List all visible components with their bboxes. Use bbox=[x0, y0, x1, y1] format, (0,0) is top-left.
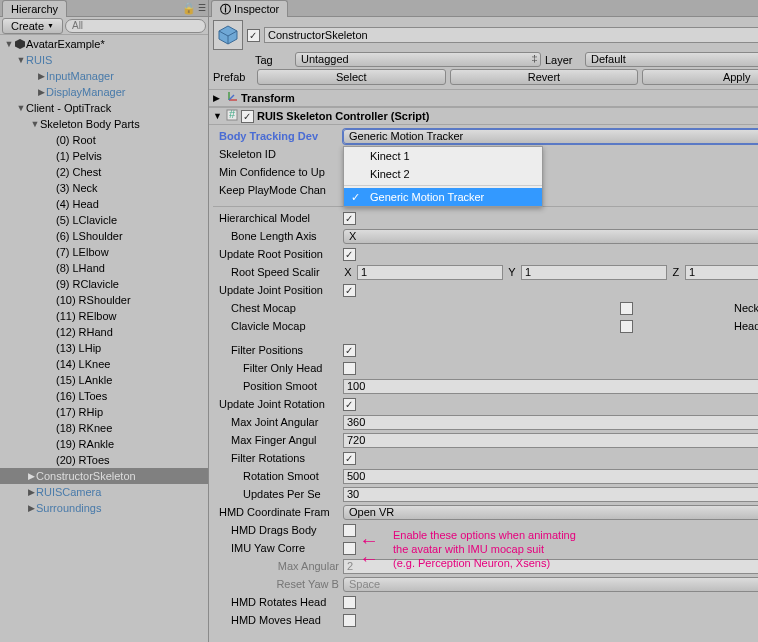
expand-icon[interactable]: ▶ bbox=[36, 71, 46, 81]
hierarchy-tab-label: Hierarchy bbox=[11, 3, 58, 15]
expand-icon[interactable]: ▼ bbox=[4, 39, 14, 49]
component-enable-checkbox[interactable]: ✓ bbox=[241, 110, 254, 123]
imu-yaw-checkbox[interactable] bbox=[343, 542, 356, 555]
tree-item-bone[interactable]: (0) Root bbox=[0, 132, 208, 148]
field-label: Max Joint Angular bbox=[213, 416, 339, 428]
tree-item-bone[interactable]: (16) LToes bbox=[0, 388, 208, 404]
updates-per-sec-field[interactable] bbox=[343, 487, 758, 502]
tree-item-bone[interactable]: (3) Neck bbox=[0, 180, 208, 196]
tree-item-bone[interactable]: (18) RKnee bbox=[0, 420, 208, 436]
tree-item-bone[interactable]: (12) RHand bbox=[0, 324, 208, 340]
tree-item-skeleton-parts[interactable]: ▼ Skeleton Body Parts bbox=[0, 116, 208, 132]
transform-header[interactable]: ▶ Transform ? ⚙ bbox=[209, 89, 758, 107]
tree-item-bone[interactable]: (6) LShoulder bbox=[0, 228, 208, 244]
expand-icon[interactable]: ▶ bbox=[26, 471, 36, 481]
update-joint-pos-checkbox[interactable]: ✓ bbox=[343, 284, 356, 297]
inspector-tab[interactable]: ⓘ Inspector bbox=[211, 0, 288, 17]
dropdown-option[interactable]: Kinect 1 bbox=[344, 147, 542, 165]
tree-item-bone[interactable]: (4) Head bbox=[0, 196, 208, 212]
gameobject-icon bbox=[213, 20, 243, 50]
tree-item[interactable]: ▶ RUISCamera bbox=[0, 484, 208, 500]
max-joint-field[interactable] bbox=[343, 415, 758, 430]
chevron-down-icon[interactable]: ▼ bbox=[213, 111, 223, 121]
field-label: Min Confidence to Up bbox=[213, 166, 339, 178]
tree-item-bone[interactable]: (11) RElbow bbox=[0, 308, 208, 324]
position-smooth-field[interactable] bbox=[343, 379, 758, 394]
field-label: Root Speed Scalir bbox=[213, 266, 339, 278]
hierarchy-tab[interactable]: Hierarchy bbox=[2, 0, 67, 17]
root-x-field[interactable] bbox=[357, 265, 503, 280]
field-label: Head Mocap bbox=[734, 320, 758, 332]
tree-item[interactable]: ▶ InputManager bbox=[0, 68, 208, 84]
tree-item-bone[interactable]: (17) RHip bbox=[0, 404, 208, 420]
tree-item-constructorskeleton[interactable]: ▶ ConstructorSkeleton bbox=[0, 468, 208, 484]
expand-icon[interactable]: ▶ bbox=[26, 487, 36, 497]
field-label: Chest Mocap bbox=[213, 302, 616, 314]
tree-item-bone[interactable]: (7) LElbow bbox=[0, 244, 208, 260]
panel-menu-icon[interactable]: ☰ bbox=[198, 3, 206, 13]
root-y-field[interactable] bbox=[521, 265, 667, 280]
scene-root[interactable]: ▼ AvatarExample* bbox=[0, 36, 208, 52]
tree-item-bone[interactable]: (5) LClavicle bbox=[0, 212, 208, 228]
tree-item[interactable]: ▶ Surroundings bbox=[0, 500, 208, 516]
apply-button[interactable]: Apply bbox=[642, 69, 758, 85]
expand-icon[interactable]: ▼ bbox=[30, 119, 40, 129]
field-label: Update Joint Position bbox=[213, 284, 339, 296]
tree-item-bone[interactable]: (10) RShoulder bbox=[0, 292, 208, 308]
hmd-moves-checkbox[interactable] bbox=[343, 614, 356, 627]
hmd-coord-dropdown[interactable]: Open VR bbox=[343, 505, 758, 520]
update-root-checkbox[interactable]: ✓ bbox=[343, 248, 356, 261]
expand-icon[interactable]: ▼ bbox=[16, 55, 26, 65]
dropdown-option[interactable]: Kinect 2 bbox=[344, 165, 542, 183]
field-label: Neck Mocap bbox=[734, 302, 758, 314]
field-label: Skeleton ID bbox=[213, 148, 339, 160]
bone-axis-dropdown[interactable]: X bbox=[343, 229, 758, 244]
body-tracking-dropdown[interactable]: Generic Motion Tracker bbox=[343, 129, 758, 144]
filter-rotations-checkbox[interactable]: ✓ bbox=[343, 452, 356, 465]
tree-item-bone[interactable]: (19) RAnkle bbox=[0, 436, 208, 452]
tree-item-client[interactable]: ▼ Client - OptiTrack bbox=[0, 100, 208, 116]
field-label: Update Joint Rotation bbox=[213, 398, 339, 410]
dropdown-option[interactable]: ✓Generic Motion Tracker bbox=[344, 188, 542, 206]
update-joint-rot-checkbox[interactable]: ✓ bbox=[343, 398, 356, 411]
tree-item[interactable]: ▶ DisplayManager bbox=[0, 84, 208, 100]
tree-item-bone[interactable]: (13) LHip bbox=[0, 340, 208, 356]
tree-item-bone[interactable]: (8) LHand bbox=[0, 260, 208, 276]
clavicle-mocap-checkbox[interactable] bbox=[620, 320, 633, 333]
tree-item-bone[interactable]: (15) LAnkle bbox=[0, 372, 208, 388]
chest-mocap-checkbox[interactable] bbox=[620, 302, 633, 315]
hmd-rotates-checkbox[interactable] bbox=[343, 596, 356, 609]
layer-dropdown[interactable]: Default bbox=[585, 52, 758, 67]
lock-icon[interactable]: 🔒 bbox=[182, 2, 196, 15]
tree-item-bone[interactable]: (9) RClavicle bbox=[0, 276, 208, 292]
search-input[interactable] bbox=[65, 19, 206, 33]
active-checkbox[interactable]: ✓ bbox=[247, 29, 260, 42]
tree-item-bone[interactable]: (20) RToes bbox=[0, 452, 208, 468]
ruis-component-header[interactable]: ▼ # ✓ RUIS Skeleton Controller (Script) … bbox=[209, 107, 758, 125]
filter-head-checkbox[interactable] bbox=[343, 362, 356, 375]
unity-icon bbox=[14, 38, 26, 50]
tree-item-bone[interactable]: (14) LKnee bbox=[0, 356, 208, 372]
tree-item-bone[interactable]: (2) Chest bbox=[0, 164, 208, 180]
revert-button[interactable]: Revert bbox=[450, 69, 639, 85]
tree-item-ruis[interactable]: ▼ RUIS bbox=[0, 52, 208, 68]
max-finger-field[interactable] bbox=[343, 433, 758, 448]
tag-dropdown[interactable]: Untagged bbox=[295, 52, 541, 67]
expand-icon[interactable]: ▶ bbox=[36, 87, 46, 97]
root-z-field[interactable] bbox=[685, 265, 758, 280]
hmd-drags-checkbox[interactable] bbox=[343, 524, 356, 537]
info-icon: ⓘ bbox=[220, 2, 231, 17]
create-button[interactable]: Create ▼ bbox=[2, 18, 63, 34]
expand-icon[interactable]: ▼ bbox=[16, 103, 26, 113]
select-button[interactable]: Select bbox=[257, 69, 446, 85]
hierarchical-checkbox[interactable]: ✓ bbox=[343, 212, 356, 225]
separator bbox=[344, 185, 542, 186]
filter-positions-checkbox[interactable]: ✓ bbox=[343, 344, 356, 357]
chevron-right-icon[interactable]: ▶ bbox=[213, 93, 223, 103]
object-name-field[interactable] bbox=[264, 27, 758, 43]
rotation-smooth-field[interactable] bbox=[343, 469, 758, 484]
field-label: Filter Only Head bbox=[213, 362, 339, 374]
expand-icon[interactable]: ▶ bbox=[26, 503, 36, 513]
field-label: Hierarchical Model bbox=[213, 212, 339, 224]
tree-item-bone[interactable]: (1) Pelvis bbox=[0, 148, 208, 164]
